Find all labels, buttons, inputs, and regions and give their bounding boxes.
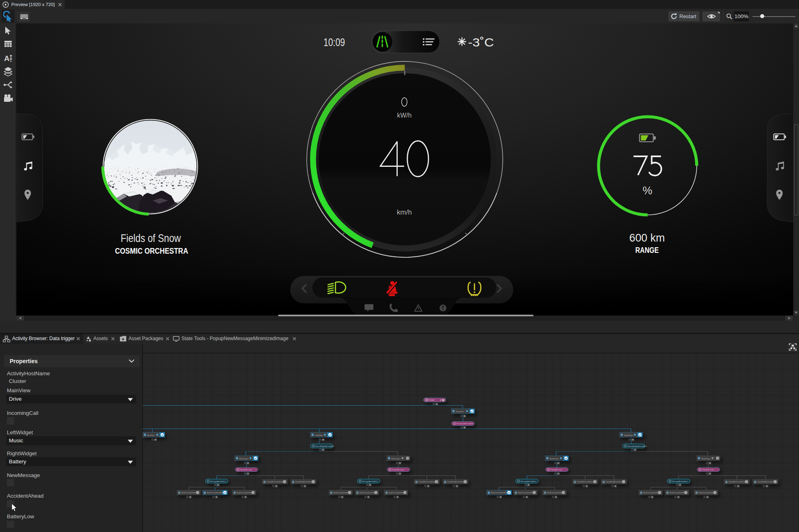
svg-text:MessageActivityHost: MessageActivityHost <box>362 480 378 482</box>
svg-text:MsgPrimaryStateMach: MsgPrimaryStateMach <box>518 492 535 494</box>
svg-text:MessageActivityHost: MessageActivityHost <box>210 480 226 482</box>
svg-text:PopupMinimizedStateM: PopupMinimizedStateM <box>729 481 747 483</box>
svg-text:MsgPrimaryStateMach: MsgPrimaryStateMach <box>491 492 508 494</box>
svg-text:MessageActivityHost: MessageActivityHost <box>672 480 688 482</box>
svg-text:PopupMessage: PopupMessage <box>550 469 563 471</box>
svg-text:MainView: MainView <box>147 434 155 436</box>
svg-text:MsgPrimaryStateMach: MsgPrimaryStateMach <box>699 492 716 494</box>
svg-text:PopupMsgActivityStateM: PopupMsgActivityStateM <box>757 481 776 483</box>
svg-text:MsgPrimaryStateMach: MsgPrimaryStateMach <box>360 492 377 494</box>
svg-text:PopupMessage: PopupMessage <box>702 469 714 471</box>
svg-text:PopupMsgActivityStateM: PopupMsgActivityStateM <box>606 481 625 483</box>
svg-text:%: % <box>643 185 652 197</box>
svg-text:PopupMinimizedStateM: PopupMinimizedStateM <box>419 481 437 483</box>
svg-text:MessageActivityHost: MessageActivityHost <box>521 480 537 482</box>
svg-text:PopupMsgActivityStateM: PopupMsgActivityStateM <box>295 481 314 483</box>
svg-text:MsgPrimaryStateMach: MsgPrimaryStateMach <box>670 492 687 494</box>
svg-text:COSMIC ORCHESTRA: COSMIC ORCHESTRA <box>115 246 188 255</box>
svg-text:PopupMsgActivityStateM: PopupMsgActivityStateM <box>447 481 466 483</box>
svg-text:km/h: km/h <box>397 208 412 216</box>
svg-text:600 km: 600 km <box>629 231 665 244</box>
svg-text:LeftWidget: LeftWidget <box>315 434 323 436</box>
svg-text:MusicWidgetActivityHost: MusicWidgetActivityHost <box>316 445 335 447</box>
svg-text:Cluster: Cluster <box>429 399 435 401</box>
svg-text:MsgPrimaryStateMach: MsgPrimaryStateMach <box>389 492 406 494</box>
svg-text:MsgPrimaryStateMach: MsgPrimaryStateMach <box>333 492 351 494</box>
svg-text:PopupMinimizedStateM: PopupMinimizedStateM <box>267 481 285 483</box>
svg-text:PopupMessage: PopupMessage <box>392 469 404 471</box>
svg-text:A: A <box>4 54 10 63</box>
svg-text:Navigation: Navigation <box>456 410 464 412</box>
svg-text:RANGE: RANGE <box>635 246 659 254</box>
svg-text:MsgPrimaryStateMach: MsgPrimaryStateMach <box>643 492 661 494</box>
svg-text:kW/h: kW/h <box>397 111 412 119</box>
svg-text:MsgPrimaryStateMach: MsgPrimaryStateMach <box>207 492 224 494</box>
svg-text:PopupMinimizedStateM: PopupMinimizedStateM <box>577 481 595 483</box>
svg-text:-3˚C: -3˚C <box>468 36 494 49</box>
svg-text:10:09: 10:09 <box>324 36 345 48</box>
svg-text:NavigationActivityHost: NavigationActivityHost <box>457 423 474 425</box>
svg-text:Fields of Snow: Fields of Snow <box>121 232 181 244</box>
svg-text:RightWidget: RightWidget <box>624 434 634 436</box>
svg-text:MediaPlayer: MediaPlayer <box>239 458 249 460</box>
svg-text:MediaPlayer: MediaPlayer <box>391 458 401 460</box>
svg-text:MsgPrimaryStateMach: MsgPrimaryStateMach <box>237 492 254 494</box>
svg-text:MsgPrimaryStateMach: MsgPrimaryStateMach <box>547 492 565 494</box>
svg-text:MsgPrimaryStateMach: MsgPrimaryStateMach <box>181 492 199 494</box>
svg-text:PopupMessage: PopupMessage <box>240 469 252 471</box>
svg-text:MediaPlayer: MediaPlayer <box>550 458 559 460</box>
svg-text:BatteryWidgetActivityHost: BatteryWidgetActivityHost <box>628 445 647 447</box>
svg-text:MediaPlayer: MediaPlayer <box>701 458 711 460</box>
